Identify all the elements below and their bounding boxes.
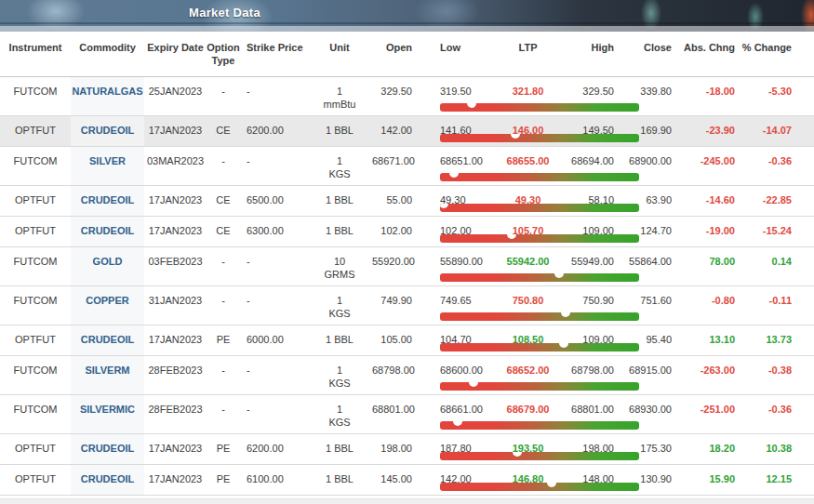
commodity-link[interactable]: COPPER — [71, 286, 144, 325]
abs-change-cell: -18.00 — [674, 77, 737, 115]
option-type-cell: CE — [207, 217, 240, 246]
instrument-cell: OPTFUT — [0, 116, 71, 146]
col-header-strike-price: Strike Price — [240, 32, 307, 76]
col-header-option-type: Option Type — [207, 32, 240, 76]
open-cell: 102.00 — [372, 217, 414, 246]
expiry-date-cell: 17JAN2023 — [144, 434, 207, 464]
strike-price-cell: - — [240, 395, 307, 433]
commodity-link[interactable]: SILVERMIC — [71, 395, 144, 433]
table-header-row: Instrument Commodity Expiry Date Option … — [0, 32, 814, 77]
commodity-link[interactable]: CRUDEOIL — [71, 186, 144, 216]
ltp-position-notch — [511, 134, 520, 139]
strike-price-cell: 6500.00 — [240, 186, 307, 216]
ltp-position-notch — [469, 382, 478, 387]
ltp-range-gradient-bar — [440, 421, 639, 430]
strike-price-cell: - — [240, 356, 307, 394]
abs-change-cell: -14.60 — [674, 186, 737, 216]
option-type-cell: - — [207, 395, 240, 433]
unit-cell: 1 KGS — [307, 356, 372, 394]
expiry-date-cell: 31JAN2023 — [144, 286, 207, 325]
expiry-date-cell: 17JAN2023 — [144, 217, 207, 246]
ltp-range-gradient-bar — [440, 483, 639, 491]
commodity-link[interactable]: SILVER — [71, 147, 144, 185]
table-row[interactable]: FUTCOM SILVERM 28FEB2023 - - 1 KGS 68798… — [0, 356, 814, 395]
commodity-link[interactable]: CRUDEOIL — [71, 434, 144, 464]
table-row[interactable]: OPTFUT CRUDEOIL 17JAN2023 PE 6200.00 1 B… — [0, 434, 814, 465]
market-data-widget: Market Data Instrument Commodity Expiry … — [0, 0, 814, 504]
option-type-cell: PE — [207, 465, 240, 495]
commodity-link[interactable]: SILVERM — [71, 356, 144, 394]
table-body: FUTCOM NATURALGAS 25JAN2023 - - 1 mmBtu … — [0, 77, 814, 496]
ltp-position-notch — [559, 343, 568, 348]
abs-change-cell: 13.10 — [674, 325, 737, 355]
col-header-instrument: Instrument — [0, 32, 71, 76]
table-row[interactable]: OPTFUT CRUDEOIL 17JAN2023 CE 6200.00 1 B… — [0, 116, 814, 147]
option-type-cell: PE — [207, 434, 240, 464]
ltp-position-notch — [440, 204, 448, 208]
table-row[interactable]: OPTFUT CRUDEOIL 17JAN2023 PE 6000.00 1 B… — [0, 325, 814, 356]
strike-price-cell: - — [240, 247, 307, 285]
expiry-date-cell: 25JAN2023 — [144, 77, 207, 115]
table-row[interactable]: FUTCOM NATURALGAS 25JAN2023 - - 1 mmBtu … — [0, 77, 814, 116]
instrument-cell: OPTFUT — [0, 325, 71, 355]
expiry-date-cell: 17JAN2023 — [144, 465, 207, 495]
expiry-date-cell: 03MAR2023 — [144, 147, 207, 185]
commodity-link[interactable]: CRUDEOIL — [71, 465, 144, 495]
open-cell: 142.00 — [372, 116, 414, 146]
title-bar: Market Data — [0, 0, 814, 32]
pct-change-cell: -22.85 — [737, 186, 795, 216]
ltp-position-notch — [547, 483, 556, 487]
ltp-range-gradient-bar — [440, 173, 639, 181]
expiry-date-cell: 17JAN2023 — [144, 186, 207, 216]
commodity-link[interactable]: CRUDEOIL — [71, 116, 144, 146]
commodity-link[interactable]: NATURALGAS — [71, 77, 144, 115]
next-row-partial-strip — [0, 498, 814, 504]
unit-cell: 1 BBL — [307, 465, 372, 495]
ltp-range-gradient-bar — [440, 343, 639, 351]
ltp-position-notch — [467, 103, 476, 108]
col-header-expiry-date: Expiry Date — [144, 32, 207, 76]
ltp-range-gradient-bar — [440, 103, 639, 112]
option-type-cell: - — [207, 77, 240, 115]
col-header-close: Close — [614, 32, 674, 76]
strike-price-cell: 6200.00 — [240, 434, 307, 464]
expiry-date-cell: 28FEB2023 — [144, 395, 207, 433]
strike-price-cell: 6000.00 — [240, 325, 307, 355]
commodity-link[interactable]: GOLD — [71, 247, 144, 285]
pct-change-cell: -0.38 — [737, 356, 795, 394]
abs-change-cell: -263.00 — [674, 356, 737, 394]
abs-change-cell: -0.80 — [674, 286, 737, 325]
pct-change-cell: -15.24 — [737, 217, 795, 246]
commodity-link[interactable]: CRUDEOIL — [71, 325, 144, 355]
option-type-cell: - — [207, 147, 240, 185]
open-cell: 68801.00 — [372, 395, 414, 433]
option-type-cell: - — [207, 356, 240, 394]
unit-cell: 1 BBL — [307, 186, 372, 216]
open-cell: 55.00 — [372, 186, 414, 216]
strike-price-cell: 6300.00 — [240, 217, 307, 246]
ltp-range-gradient-bar — [440, 312, 639, 321]
pct-change-cell: -0.36 — [737, 395, 795, 433]
ltp-position-notch — [507, 234, 516, 239]
unit-cell: 1 BBL — [307, 217, 372, 246]
table-row[interactable]: FUTCOM SILVERMIC 28FEB2023 - - 1 KGS 688… — [0, 395, 814, 434]
abs-change-cell: 18.20 — [674, 434, 737, 464]
expiry-date-cell: 03FEB2023 — [144, 247, 207, 285]
ltp-position-notch — [513, 452, 522, 457]
col-header-pct-change: % Change — [737, 32, 795, 76]
ltp-range-gradient-bar — [440, 382, 639, 391]
table-row[interactable]: OPTFUT CRUDEOIL 17JAN2023 PE 6100.00 1 B… — [0, 465, 814, 496]
pct-change-cell: -14.07 — [737, 116, 795, 146]
table-row[interactable]: OPTFUT CRUDEOIL 17JAN2023 CE 6300.00 1 B… — [0, 217, 814, 247]
commodity-link[interactable]: CRUDEOIL — [71, 217, 144, 246]
open-cell: 145.00 — [372, 465, 414, 495]
table-row[interactable]: FUTCOM COPPER 31JAN2023 - - 1 KGS 749.90… — [0, 286, 814, 325]
unit-cell: 1 BBL — [307, 325, 372, 355]
page-title: Market Data — [189, 6, 260, 20]
table-row[interactable]: OPTFUT CRUDEOIL 17JAN2023 CE 6500.00 1 B… — [0, 186, 814, 217]
unit-cell: 1 KGS — [307, 395, 372, 433]
unit-cell: 10 GRMS — [307, 247, 372, 285]
pct-change-cell: 12.15 — [737, 465, 795, 495]
table-row[interactable]: FUTCOM SILVER 03MAR2023 - - 1 KGS 68671.… — [0, 147, 814, 186]
table-row[interactable]: FUTCOM GOLD 03FEB2023 - - 10 GRMS 55920.… — [0, 247, 814, 286]
